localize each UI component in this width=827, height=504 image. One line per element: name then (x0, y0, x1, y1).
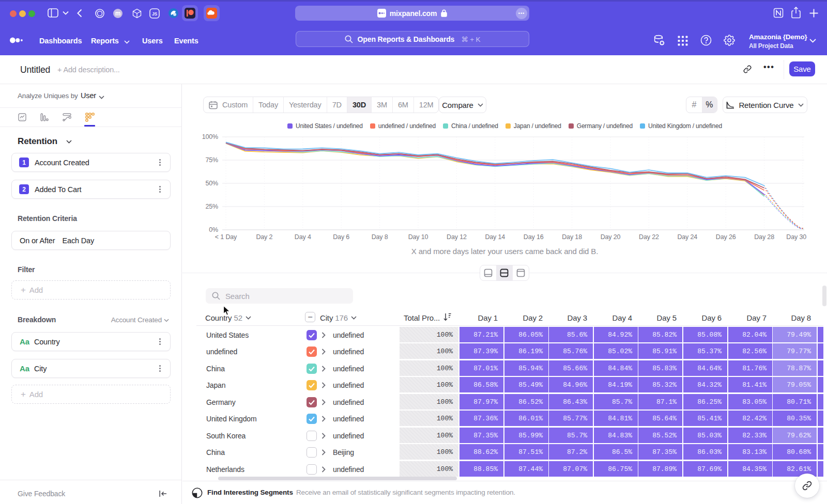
svg-text:0%: 0% (209, 226, 218, 233)
svg-text:25%: 25% (205, 203, 218, 210)
svg-text:Day 24: Day 24 (677, 233, 697, 241)
svg-text:Day 8: Day 8 (372, 233, 388, 241)
svg-text:Day 26: Day 26 (716, 233, 736, 241)
svg-text:75%: 75% (205, 156, 218, 164)
svg-text:Day 16: Day 16 (524, 233, 544, 241)
svg-text:Day 12: Day 12 (447, 233, 467, 241)
svg-text:Day 14: Day 14 (485, 233, 505, 241)
svg-text:Day 20: Day 20 (601, 233, 621, 241)
svg-text:Day 22: Day 22 (639, 233, 659, 241)
svg-text:< 1 Day: < 1 Day (215, 233, 237, 241)
svg-text:Day 2: Day 2 (256, 233, 272, 241)
svg-text:Day 18: Day 18 (562, 233, 582, 241)
svg-text:Day 4: Day 4 (295, 233, 311, 241)
svg-text:Day 30: Day 30 (786, 233, 806, 241)
svg-text:50%: 50% (205, 180, 218, 187)
svg-text:JS: JS (152, 11, 158, 17)
svg-text:Day 6: Day 6 (333, 233, 349, 241)
svg-text:Day 28: Day 28 (754, 233, 774, 241)
svg-text:Day 10: Day 10 (408, 233, 428, 241)
svg-text:100%: 100% (202, 133, 218, 140)
